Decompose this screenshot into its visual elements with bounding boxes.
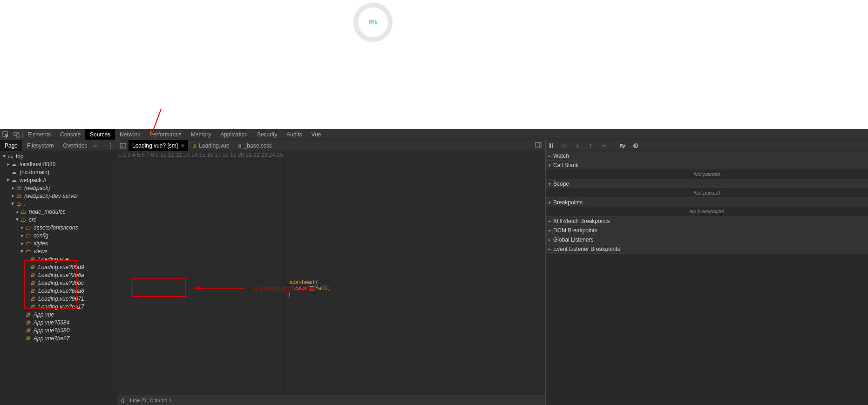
nav-tab-page[interactable]: Page <box>0 140 22 151</box>
nav-menu-icon[interactable]: ⋮ <box>104 142 117 149</box>
annotation-text: only style part of Vue file <box>252 285 313 292</box>
pause-on-exceptions-icon[interactable] <box>632 143 639 148</box>
svg-rect-7 <box>536 142 541 147</box>
editor-tabs: Loading.vue? [sm] × 🗎 Loading.vue 🗎 _bas… <box>117 140 545 151</box>
toggle-navigator-icon[interactable] <box>117 142 129 149</box>
step-over-icon[interactable] <box>561 143 568 148</box>
xhr-breakpoints-section[interactable]: ▸XHR/fetch Breakpoints <box>546 216 868 226</box>
tab-audits[interactable]: Audits <box>282 129 306 140</box>
code-editor[interactable]: 1 2 3 4 5 6 7 8 9 10 11 12 13 14 15 16 1… <box>117 151 545 395</box>
tree-file[interactable]: 🗎Loading.vue <box>0 255 117 263</box>
tab-memory[interactable]: Memory <box>186 129 216 140</box>
tab-network[interactable]: Network <box>115 129 145 140</box>
svg-marker-17 <box>589 143 592 145</box>
file-tab-active[interactable]: Loading.vue? [sm] × <box>129 140 188 151</box>
editor-panel: Loading.vue? [sm] × 🗎 Loading.vue 🗎 _bas… <box>117 140 545 405</box>
file-icon: 🗎 <box>24 335 32 342</box>
spinner-percent: 0% <box>369 19 377 26</box>
devtools-header: Elements Console Sources Network Perform… <box>0 129 868 140</box>
svg-line-0 <box>152 109 161 134</box>
nav-tab-filesystem[interactable]: Filesystem <box>22 140 58 151</box>
scss-file-icon: 🗎 <box>237 143 242 148</box>
watch-section[interactable]: ▸Watch <box>546 151 868 161</box>
dom-breakpoints-section[interactable]: ▸DOM Breakpoints <box>546 226 868 235</box>
file-tab[interactable]: 🗎 _base.scss <box>233 140 276 151</box>
scope-section[interactable]: ▾Scope Not paused <box>546 179 868 198</box>
tree-webpack-folder[interactable]: ▸🗀(webpack) <box>0 184 117 192</box>
tree-file[interactable]: 🗎Loading.vue?05d9 <box>0 263 117 271</box>
tree-nodomain[interactable]: ☁(no domain) <box>0 168 117 176</box>
vue-file-icon: 🗎 <box>192 143 197 148</box>
status-cursor-position: Line 22, Column 1 <box>130 398 171 403</box>
device-toggle-icon[interactable] <box>11 131 22 138</box>
tree-webpack[interactable]: ▼☁webpack:// <box>0 176 117 184</box>
tab-vue[interactable]: Vue <box>307 129 326 140</box>
nav-tab-overrides[interactable]: Overrides <box>58 140 92 151</box>
svg-point-13 <box>564 146 565 148</box>
cloud-icon: ☁ <box>10 177 18 183</box>
tree-file[interactable]: 🗎Loading.vue?ea17 <box>0 303 117 310</box>
annotation-arrow-1 <box>149 108 162 136</box>
callstack-body: Not paused <box>546 169 868 179</box>
folder-icon: 🗀 <box>15 193 22 199</box>
tab-application[interactable]: Application <box>216 129 252 140</box>
tree-file[interactable]: 🗎App.vue?b380 <box>0 326 117 334</box>
step-icon[interactable] <box>600 143 607 148</box>
file-icon: 🗎 <box>24 327 32 334</box>
deactivate-breakpoints-icon[interactable] <box>619 143 626 148</box>
callstack-section[interactable]: ▾Call Stack Not paused <box>546 161 868 179</box>
line-gutter: 1 2 3 4 5 6 7 8 9 10 11 12 13 14 15 16 1… <box>117 151 286 395</box>
svg-marker-19 <box>604 144 606 147</box>
tree-file[interactable]: 🗎Loading.vue?2e6a <box>0 271 117 279</box>
inspect-icon[interactable] <box>0 131 11 138</box>
tab-security[interactable]: Security <box>252 129 282 140</box>
svg-rect-23 <box>635 144 636 147</box>
svg-rect-24 <box>636 144 637 147</box>
code-content[interactable]: .icon-heart { color: #a00; } <box>286 151 545 395</box>
tree-file[interactable]: 🗎App.vue?be27 <box>0 334 117 342</box>
frame-icon: ▭ <box>7 153 14 160</box>
tree-assets[interactable]: ▸🗀assets/fonts/icons <box>0 223 117 231</box>
file-icon: 🗎 <box>24 311 32 318</box>
tree-localhost[interactable]: ▸☁localhost:8080 <box>0 160 117 168</box>
global-listeners-section[interactable]: ▸Global Listeners <box>546 235 868 244</box>
scope-body: Not paused <box>546 188 868 197</box>
tab-elements[interactable]: Elements <box>23 129 55 140</box>
file-icon: 🗎 <box>29 256 36 263</box>
svg-point-22 <box>633 143 638 148</box>
tree-file[interactable]: 🗎App.vue?5684 <box>0 318 117 326</box>
tree-dot[interactable]: ▼🗀. <box>0 200 117 208</box>
breakpoints-body: No breakpoints <box>546 207 868 216</box>
tree-webpack-dev[interactable]: ▸🗀(webpack)-dev-server <box>0 192 117 200</box>
tab-sources[interactable]: Sources <box>85 129 115 140</box>
folder-icon: 🗀 <box>24 232 32 239</box>
nav-tab-more[interactable]: » <box>94 142 97 149</box>
status-braces[interactable]: {} <box>121 398 124 403</box>
tree-nodemodules[interactable]: ▸🗀node_modules <box>0 208 117 216</box>
step-into-icon[interactable] <box>574 143 581 148</box>
breakpoints-section[interactable]: ▾Breakpoints No breakpoints <box>546 198 868 216</box>
tree-file[interactable]: 🗎Loading.vue?3bbc <box>0 279 117 287</box>
svg-rect-11 <box>549 143 551 148</box>
file-tab[interactable]: 🗎 Loading.vue <box>188 140 233 151</box>
svg-rect-5 <box>120 143 126 148</box>
tree-config[interactable]: ▸🗀config <box>0 231 117 239</box>
svg-rect-12 <box>552 143 553 148</box>
cloud-icon: ☁ <box>10 169 18 176</box>
tree-views[interactable]: ▼🗀views <box>0 247 117 255</box>
tree-file[interactable]: 🗎Loading.vue?6aa6 <box>0 287 117 295</box>
event-listener-breakpoints-section[interactable]: ▸Event Listener Breakpoints <box>546 244 868 254</box>
close-icon[interactable]: × <box>181 142 184 149</box>
tab-console[interactable]: Console <box>55 129 85 140</box>
step-out-icon[interactable] <box>587 143 594 148</box>
folder-icon: 🗀 <box>24 248 32 255</box>
tree-file[interactable]: 🗎Loading.vue?9671 <box>0 295 117 303</box>
pause-icon[interactable] <box>548 143 555 148</box>
tree-src[interactable]: ▼🗀src <box>0 216 117 223</box>
folder-icon: 🗀 <box>24 240 32 247</box>
tree-styles[interactable]: ▸🗀styles <box>0 239 117 247</box>
tree-top[interactable]: ▼▭top <box>0 152 117 160</box>
svg-rect-4 <box>17 134 19 137</box>
tree-file[interactable]: 🗎App.vue <box>0 310 117 318</box>
toggle-debugger-icon[interactable] <box>531 142 545 149</box>
